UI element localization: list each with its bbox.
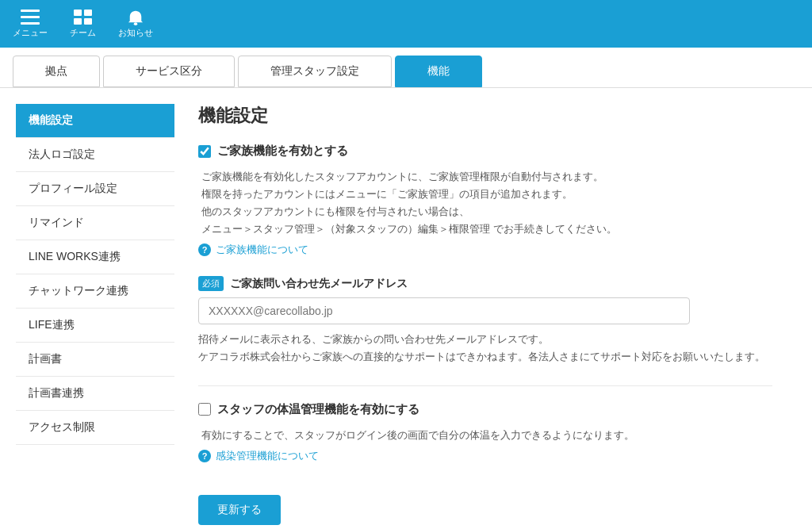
family-feature-checkbox-row: ご家族機能を有効とする (198, 144, 772, 159)
sidebar-item-plan-link[interactable]: 計画書連携 (16, 377, 174, 411)
tab-function[interactable]: 機能 (395, 56, 482, 87)
page-title: 機能設定 (198, 104, 772, 128)
tabs-bar: 拠点 サービス区分 管理スタッフ設定 機能 (0, 48, 812, 88)
email-input-description: 招待メールに表示される、ご家族からの問い合わせ先メールアドレスです。 ケアコラボ… (198, 331, 772, 366)
svg-rect-1 (21, 16, 40, 18)
tab-admin-staff[interactable]: 管理スタッフ設定 (238, 56, 392, 87)
team-icon-button[interactable]: チーム (70, 10, 96, 39)
temperature-feature-link[interactable]: ? 感染管理機能について (198, 449, 319, 463)
main-content: 機能設定 法人ロゴ設定 プロフィール設定 リマインド LINE WORKS連携 … (0, 88, 812, 529)
sidebar-item-feature-settings[interactable]: 機能設定 (16, 104, 174, 138)
email-field-section: 必須 ご家族問い合わせ先メールアドレス 招待メールに表示される、ご家族からの問い… (198, 276, 772, 366)
sidebar: 機能設定 法人ロゴ設定 プロフィール設定 リマインド LINE WORKS連携 … (16, 104, 174, 525)
svg-point-7 (134, 22, 138, 25)
family-feature-checkbox[interactable] (198, 145, 211, 158)
temperature-feature-label: スタッフの体温管理機能を有効にする (217, 402, 419, 417)
email-field-label-row: 必須 ご家族問い合わせ先メールアドレス (198, 276, 772, 291)
family-feature-section: ご家族機能を有効とする ご家族機能を有効化したスタッフアカウントに、ご家族管理権… (198, 144, 772, 257)
svg-rect-6 (84, 18, 92, 25)
section-divider (198, 385, 772, 386)
notification-icon-button[interactable]: お知らせ (118, 10, 153, 39)
sidebar-item-profile-settings[interactable]: プロフィール設定 (16, 172, 174, 206)
menu-icon-button[interactable]: メニュー (13, 10, 48, 39)
header: メニュー チーム お知らせ (0, 0, 812, 48)
email-input[interactable] (198, 297, 690, 324)
family-feature-label: ご家族機能を有効とする (217, 144, 348, 159)
sidebar-item-plan[interactable]: 計画書 (16, 343, 174, 377)
email-field-label: ご家族問い合わせ先メールアドレス (230, 277, 408, 291)
sidebar-item-line-works[interactable]: LINE WORKS連携 (16, 240, 174, 274)
svg-rect-2 (21, 22, 40, 25)
required-badge: 必須 (198, 276, 224, 291)
sidebar-item-life[interactable]: LIFE連携 (16, 309, 174, 343)
svg-rect-0 (21, 10, 40, 12)
temperature-feature-section: スタッフの体温管理機能を有効にする 有効にすることで、スタッフがログイン後の画面… (198, 402, 772, 463)
family-feature-description: ご家族機能を有効化したスタッフアカウントに、ご家族管理権限が自動付与されます。 … (201, 168, 772, 238)
svg-rect-5 (74, 18, 82, 25)
sidebar-item-access-control[interactable]: アクセス制限 (16, 411, 174, 445)
temperature-feature-checkbox[interactable] (198, 403, 211, 416)
question-icon-2: ? (198, 450, 211, 462)
temperature-feature-checkbox-row: スタッフの体温管理機能を有効にする (198, 402, 772, 417)
tab-service[interactable]: サービス区分 (103, 56, 235, 87)
sidebar-item-chatwork[interactable]: チャットワーク連携 (16, 274, 174, 309)
family-feature-link[interactable]: ? ご家族機能について (198, 243, 308, 257)
sidebar-item-logo-settings[interactable]: 法人ロゴ設定 (16, 138, 174, 172)
tab-kyoten[interactable]: 拠点 (13, 56, 100, 87)
team-label: チーム (70, 27, 96, 39)
update-button[interactable]: 更新する (198, 495, 281, 525)
question-icon: ? (198, 243, 211, 256)
svg-rect-3 (74, 10, 82, 16)
content-area: 機能設定 ご家族機能を有効とする ご家族機能を有効化したスタッフアカウントに、ご… (174, 104, 796, 525)
temperature-feature-description: 有効にすることで、スタッフがログイン後の画面で自分の体温を入力できるようになりま… (201, 427, 772, 444)
notification-label: お知らせ (118, 27, 153, 39)
sidebar-item-reminder[interactable]: リマインド (16, 206, 174, 240)
svg-rect-4 (84, 10, 92, 16)
menu-label: メニュー (13, 27, 48, 39)
